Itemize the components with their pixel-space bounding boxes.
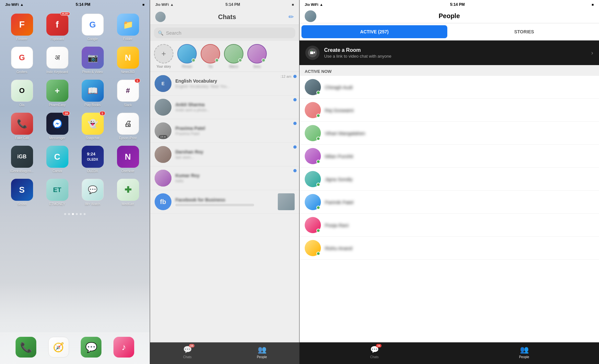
people-screen-people-icon: 👥 xyxy=(520,346,529,354)
dock-messages[interactable]: 💬 xyxy=(81,337,101,358)
chat-preview-1: English Vocabulary: Near You... xyxy=(175,84,295,89)
people-screen-people-label: People xyxy=(519,355,529,359)
app-fakecall[interactable]: 📞 Fake Call xyxy=(6,113,38,140)
chat-name-4: Darshan Roy xyxy=(175,149,295,154)
compose-button[interactable]: ✏ xyxy=(288,13,294,21)
app-scribd-letter: S xyxy=(19,185,25,195)
app-onenote[interactable]: N OneNote xyxy=(112,146,144,173)
create-room-banner[interactable]: Create a Room Use a link to video chat w… xyxy=(300,40,599,65)
chat-preview-3: Praxima Patel xyxy=(175,131,295,136)
tab-stories[interactable]: STORIES xyxy=(451,25,597,38)
people-online-dot-8 xyxy=(316,252,320,256)
app-pharmeasy-label: PharmEasy xyxy=(49,103,66,107)
people-bottom-nav: 💬 16 Chats 👥 People xyxy=(300,342,599,364)
chat-name-2: Ankit Sharma xyxy=(175,102,295,107)
app-etmoney[interactable]: ET ETMONEY xyxy=(41,179,73,206)
story-item-4[interactable]: Sonu xyxy=(247,44,267,68)
app-ola[interactable]: O Ola xyxy=(6,80,38,107)
app-epson[interactable]: 🖨 Epson iPrint xyxy=(112,113,144,140)
app-grofers-letter: G xyxy=(19,53,25,62)
app-pharmeasy[interactable]: + PharmEasy xyxy=(41,80,73,107)
story-item-3[interactable]: Marco xyxy=(224,44,243,68)
chats-title: Chats xyxy=(218,13,236,21)
chat-info-2: Ankit Sharma Ankit sent a photo... xyxy=(175,102,295,112)
chats-nav-badge: 16 xyxy=(189,344,194,347)
app-snapchat-label: Snapchat xyxy=(86,136,99,140)
chat-item-6[interactable]: fb Facebook for Business xyxy=(150,190,299,214)
app-fakecall-emoji: 📞 xyxy=(17,119,27,129)
app-messenger[interactable]: 16 Messenger xyxy=(41,113,73,140)
tab-active[interactable]: ACTIVE (257) xyxy=(301,25,447,38)
search-bar[interactable]: 🔍 Search xyxy=(154,28,295,38)
people-bottom-nav-chats[interactable]: 💬 16 Chats xyxy=(300,345,449,359)
app-snapchat-icon: 👻 1 xyxy=(82,113,104,135)
people-name-8: Rishu Anand xyxy=(325,245,352,251)
app-messenger-label: Messenger xyxy=(49,136,65,140)
people-item-7[interactable]: Pooja Rani xyxy=(300,214,599,237)
chat-item-3[interactable]: 15 m Praxima Patel Praxima Patel xyxy=(150,119,299,143)
app-medkart[interactable]: ✚ MedKart xyxy=(112,179,144,206)
people-bottom-nav-people[interactable]: 👥 People xyxy=(449,345,599,359)
app-slack[interactable]: # 1 Slack xyxy=(112,80,144,107)
chat-info-3: Praxima Patel Praxima Patel xyxy=(175,126,295,136)
dock-music[interactable]: ♪ xyxy=(113,337,134,358)
people-item-2[interactable]: Raj Goswami xyxy=(300,99,599,122)
people-online-dot-6 xyxy=(316,206,320,210)
your-story-item[interactable]: + Your story xyxy=(154,44,173,68)
chat-unread-4 xyxy=(293,145,297,149)
app-flipboard[interactable]: f 39,257 Flipboard xyxy=(41,14,73,41)
people-item-5[interactable]: Jigna Sondiy xyxy=(300,168,599,191)
app-playbooks[interactable]: 📖 Play Books xyxy=(76,80,109,107)
app-flipboard-badge: 39,257 xyxy=(60,12,70,16)
app-news360[interactable]: N News360 xyxy=(112,47,144,74)
app-canva[interactable]: C Canva xyxy=(41,146,73,173)
app-fonteer[interactable]: F Fonteer xyxy=(6,14,38,41)
story-item-2[interactable]: Tia xyxy=(201,44,220,68)
chat-item-5[interactable]: Kumar Roy hello xyxy=(150,166,299,190)
dock-phone[interactable]: 📞 xyxy=(16,337,36,358)
app-igeeks[interactable]: iGB iGeeksBlog.co... xyxy=(6,146,38,173)
dot-5 xyxy=(80,213,82,215)
people-item-3[interactable]: Vihari Mangalahen xyxy=(300,122,599,145)
people-online-dot-4 xyxy=(316,160,320,164)
app-google[interactable]: G Google xyxy=(76,14,109,41)
story-dot-2 xyxy=(215,58,219,62)
people-item-6[interactable]: Parimik Patel xyxy=(300,191,599,214)
people-status-bar: Jio WiFi ▲ 5:14 PM ■ xyxy=(300,0,599,9)
app-imwatch[interactable]: 💬 IM+ Watch xyxy=(76,179,109,206)
bottom-nav-chats[interactable]: 💬 16 Chats xyxy=(150,345,225,359)
people-avatar-1 xyxy=(305,79,321,95)
app-scribd-icon: S xyxy=(11,179,33,201)
app-scribd[interactable]: S Scribd xyxy=(6,179,38,206)
app-oledx[interactable]: 9:24OLEDX OLEDX xyxy=(76,146,109,173)
app-google-label: Google xyxy=(87,37,98,41)
people-item-1[interactable]: Chiragh Audi xyxy=(300,76,599,99)
dock-safari[interactable]: 🧭 xyxy=(48,337,69,358)
app-grofers[interactable]: G Grofers xyxy=(6,47,38,74)
chat-info-6: Facebook for Business xyxy=(175,197,274,206)
chat-avatar-6: fb xyxy=(155,193,171,210)
carrier-label: Jio WiFi xyxy=(5,3,19,6)
story-item-1[interactable]: Person xyxy=(177,44,197,68)
chat-time-badge-1: :12 am xyxy=(280,74,297,78)
app-folder[interactable]: 📁 Folder xyxy=(112,14,144,41)
chats-battery: ■ xyxy=(292,3,294,6)
app-snapchat[interactable]: 👻 1 Snapchat xyxy=(76,113,109,140)
active-now-label: ACTIVE NOW xyxy=(300,65,599,76)
chat-item-1[interactable]: E English Vocabulary English Vocabulary:… xyxy=(150,72,299,96)
story-label-3: Marco xyxy=(229,65,238,68)
people-screen-chats-label: Chats xyxy=(370,355,379,359)
people-online-dot-7 xyxy=(316,229,320,233)
chat-item-4[interactable]: Darshan Roy last seen... xyxy=(150,143,299,166)
search-icon: 🔍 xyxy=(158,30,163,36)
bottom-nav-people[interactable]: 👥 People xyxy=(225,345,299,359)
app-medkart-label: MedKart xyxy=(122,202,134,206)
chat-item-2[interactable]: Ankit Sharma Ankit sent a photo... xyxy=(150,96,299,119)
people-item-4[interactable]: Milan Purohit xyxy=(300,145,599,168)
app-indic[interactable]: अ Indic Keyboard xyxy=(41,47,73,74)
people-item-8[interactable]: Rishu Anand xyxy=(300,237,599,260)
story-label-4: Sonu xyxy=(253,65,261,68)
app-photo[interactable]: 📷 Photo & Video xyxy=(76,47,109,74)
people-bottom-people-icon: 👥 xyxy=(520,345,529,354)
chats-status-bar: Jio WiFi ▲ 5:14 PM ■ xyxy=(150,0,299,9)
